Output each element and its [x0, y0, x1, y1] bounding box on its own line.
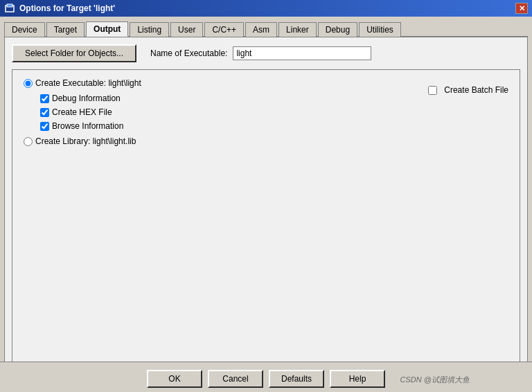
tab-c-cpp[interactable]: C/C++ [204, 22, 244, 37]
main-content: Device Target Output Listing User C/C++ … [0, 17, 532, 392]
debug-info-checkbox[interactable] [40, 94, 49, 103]
output-tab-content: Select Folder for Objects... Name of Exe… [4, 37, 528, 388]
options-right: Create Batch File [428, 78, 508, 152]
top-row: Select Folder for Objects... Name of Exe… [12, 44, 520, 62]
debug-info-label: Debug Information [52, 93, 121, 103]
defaults-button[interactable]: Defaults [269, 370, 324, 388]
create-hex-label: Create HEX File [52, 107, 112, 117]
debug-info-row: Debug Information [40, 93, 428, 103]
create-batch-checkbox[interactable] [428, 86, 437, 95]
title-bar: Options for Target 'light' ✕ [0, 0, 532, 17]
create-executable-radio[interactable] [24, 79, 33, 88]
create-batch-label: Create Batch File [444, 85, 508, 95]
create-hex-checkbox[interactable] [40, 108, 49, 117]
tab-target[interactable]: Target [46, 22, 85, 37]
tab-output[interactable]: Output [86, 21, 128, 37]
watermark: CSDN @试图填大鱼 [400, 375, 470, 385]
browse-info-row: Browse Information [40, 121, 428, 131]
name-exe-row: Name of Executable: [150, 46, 371, 60]
tab-user[interactable]: User [170, 22, 203, 37]
create-executable-label: Create Executable: light\light [35, 78, 141, 88]
options-group: Create Executable: light\light Debug Inf… [12, 69, 520, 380]
tab-asm[interactable]: Asm [245, 22, 277, 37]
select-folder-button[interactable]: Select Folder for Objects... [12, 44, 136, 62]
tab-debug[interactable]: Debug [318, 22, 357, 37]
browse-info-label: Browse Information [52, 121, 123, 131]
tab-bar: Device Target Output Listing User C/C++ … [4, 21, 528, 37]
tab-device[interactable]: Device [4, 22, 45, 37]
create-library-row: Create Library: light\light.lib [24, 136, 428, 146]
ok-button[interactable]: OK [147, 370, 202, 388]
browse-info-checkbox[interactable] [40, 122, 49, 131]
create-hex-row: Create HEX File [40, 107, 428, 117]
name-exe-label: Name of Executable: [150, 48, 227, 58]
tab-listing[interactable]: Listing [130, 22, 169, 37]
create-library-label: Create Library: light\light.lib [35, 136, 136, 146]
options-left: Create Executable: light\light Debug Inf… [24, 78, 428, 152]
create-batch-row: Create Batch File [428, 85, 508, 95]
close-button[interactable]: ✕ [515, 3, 528, 14]
create-library-radio[interactable] [24, 137, 33, 146]
window-icon [4, 3, 15, 14]
tab-linker[interactable]: Linker [278, 22, 317, 37]
name-exe-input[interactable] [233, 46, 371, 60]
svg-rect-1 [7, 4, 12, 7]
create-executable-row: Create Executable: light\light [24, 78, 428, 88]
window-title: Options for Target 'light' [19, 3, 115, 13]
tab-utilities[interactable]: Utilities [359, 22, 401, 37]
options-area: Create Executable: light\light Debug Inf… [24, 78, 508, 152]
help-button[interactable]: Help [330, 370, 385, 388]
cancel-button[interactable]: Cancel [208, 370, 263, 388]
